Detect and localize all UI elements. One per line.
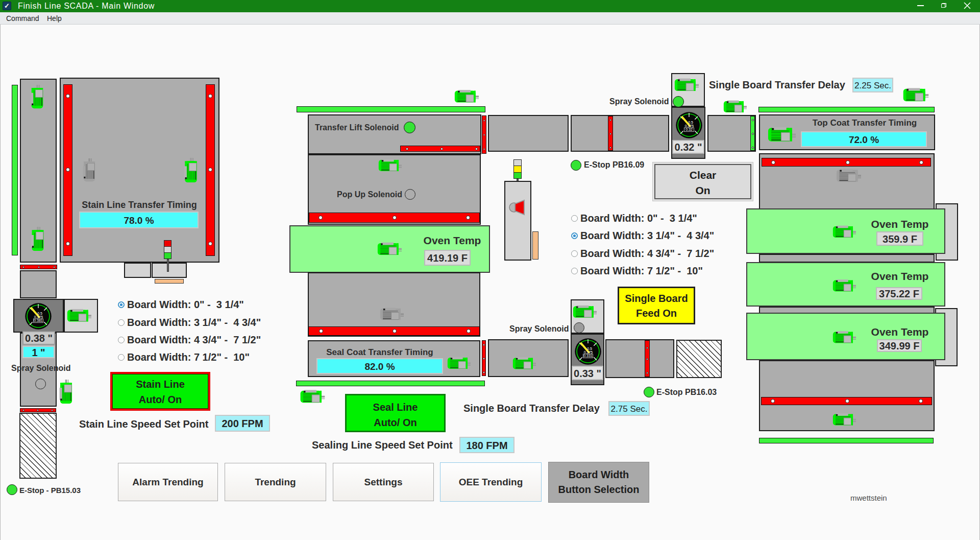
svg-text:0.375: 0.375 (34, 315, 43, 319)
svg-text:0.381: 0.381 (34, 319, 43, 322)
svg-text:0.375: 0.375 (685, 124, 694, 128)
svg-text:0.5: 0.5 (587, 347, 592, 350)
svg-text:0.5: 0.5 (688, 121, 693, 124)
svg-text:0.375: 0.375 (584, 350, 593, 354)
svg-text:0.331: 0.331 (583, 354, 593, 358)
svg-text:0.5: 0.5 (37, 312, 42, 315)
svg-text:0.32: 0.32 (685, 128, 693, 131)
